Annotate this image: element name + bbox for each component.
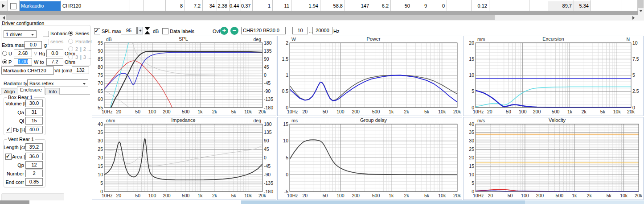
model-cell[interactable]: CHR120: [61, 1, 130, 11]
vd-field[interactable]: 132: [72, 67, 89, 74]
value-cell[interactable]: 6.2: [371, 1, 391, 11]
re-field[interactable]: 7.2: [46, 58, 63, 66]
add-overlay-button[interactable]: +: [220, 27, 228, 35]
row-selector-cell[interactable]: [0, 1, 8, 11]
value-cell[interactable]: 2.38: [217, 1, 230, 11]
value-cell[interactable]: 7.2: [185, 1, 203, 11]
groupdelay-group-delay-curve: [290, 140, 457, 175]
p-power-value: 1.00: [18, 59, 28, 64]
hscroll-thumb[interactable]: [6, 15, 495, 20]
table-hscrollbar[interactable]: [0, 15, 638, 21]
spl-tick-label: 0: [264, 72, 267, 78]
ql-field[interactable]: 15: [25, 117, 43, 125]
power-plot: 00.511.52WPower10Hz20501002005001k2k5k10…: [278, 36, 462, 116]
power-tick-label: 2k: [404, 109, 410, 114]
length-field[interactable]: 39.2: [25, 143, 43, 151]
spl-tick-label: 95: [98, 40, 103, 46]
spl-tick-label: 50: [135, 109, 140, 114]
value-cell[interactable]: 0: [429, 1, 447, 11]
enclosure-tabstrip: Align Enclosure Info: [0, 87, 90, 95]
value-cell[interactable]: 9: [412, 1, 429, 11]
vscroll-down-button[interactable]: [638, 9, 644, 15]
power-tick-label: 500: [372, 109, 380, 114]
spl-tick-label: 1k: [198, 109, 203, 114]
groupdelay-title: Group delay: [360, 117, 387, 123]
driver-table-row[interactable]: MarkaudioCHR12087.2342.380.440.371111.94…: [0, 1, 638, 11]
freq-max-field[interactable]: 20000: [312, 27, 332, 34]
velocity-tick-label: 200: [536, 193, 544, 198]
spl-max-checkbox[interactable]: [94, 28, 100, 34]
driver-name-field[interactable]: Markaudio CHR120: [1, 67, 54, 75]
power-chart: 00.511.52WPower10Hz20501002005001k2k5k10…: [277, 36, 462, 116]
hscroll-right-button[interactable]: [632, 15, 637, 21]
value-cell[interactable]: 0.37: [241, 1, 253, 11]
velocity-tick-label: 10: [469, 172, 474, 177]
hscroll-left-button[interactable]: [0, 15, 6, 21]
impedance-tick-label: 5k: [231, 193, 237, 198]
remove-overlay-button[interactable]: −: [230, 27, 238, 35]
spl-tick-label: 200: [163, 109, 171, 114]
tab-align[interactable]: Align: [1, 88, 18, 95]
value-cell[interactable]: 34: [203, 1, 217, 11]
overlay-name-field[interactable]: CHR120 BR30.0: [241, 27, 286, 34]
tab-info[interactable]: Info: [45, 88, 60, 95]
value-cell[interactable]: 58.8: [320, 1, 345, 11]
volume-field[interactable]: 30.0: [25, 100, 43, 107]
value-cell[interactable]: 8: [166, 1, 185, 11]
end-corr-field[interactable]: 0.85: [25, 178, 43, 186]
series-radio[interactable]: [68, 31, 73, 36]
impedance-tick-label: 20: [116, 193, 122, 198]
value-cell[interactable]: 0.44: [230, 1, 241, 11]
three-three-radio: [68, 54, 73, 59]
value-cell[interactable]: 89.7: [548, 1, 574, 11]
u-voltage-field[interactable]: 2.68: [14, 50, 32, 57]
value-cell[interactable]: 11: [273, 1, 291, 11]
table-vscrollbar[interactable]: [638, 0, 644, 15]
value-cell[interactable]: 50: [391, 1, 412, 11]
p-radio[interactable]: [2, 59, 7, 64]
velocity-tick-label: 1k: [572, 193, 577, 198]
spl-max-field[interactable]: 95: [121, 27, 137, 34]
row-checkbox[interactable]: [10, 3, 16, 9]
excursion-title: Excursion: [542, 36, 564, 42]
isobaric-checkbox[interactable]: [43, 31, 49, 37]
fb-checkbox[interactable]: [6, 127, 12, 133]
value-cell[interactable]: 5.34: [574, 1, 591, 11]
value-cell[interactable]: 147: [345, 1, 371, 11]
fit-max-button[interactable]: [144, 27, 150, 35]
qa-field[interactable]: 31: [25, 108, 43, 116]
p-power-field[interactable]: 1.00: [14, 58, 32, 66]
value-cell[interactable]: 1: [253, 1, 273, 11]
number-field[interactable]: 2: [25, 170, 43, 177]
vd-label: Vd [cm3]: [54, 68, 74, 73]
qp-field[interactable]: 12: [25, 161, 43, 169]
excursion-tick-label: 15: [469, 56, 474, 62]
area-checkbox[interactable]: [5, 154, 12, 160]
parallel-label: Parallel: [75, 39, 92, 44]
tab-enclosure[interactable]: Enclosure: [17, 86, 45, 95]
empty-cell: [144, 1, 166, 11]
value-cell[interactable]: 0.12: [472, 1, 489, 11]
spl-max-label: SPL max: [102, 29, 121, 34]
manufacturer-cell[interactable]: Markaudio: [20, 1, 61, 11]
velocity-tick-label: 5: [472, 180, 474, 186]
row-checkbox-cell[interactable]: [8, 1, 20, 11]
vscroll-thumb[interactable]: [638, 0, 644, 8]
rg-field[interactable]: 0.0: [46, 50, 63, 57]
spl-tick-label: -135: [264, 96, 273, 102]
driver-count-dropdown[interactable]: 1 driver: [4, 30, 37, 38]
u-radio[interactable]: [2, 51, 7, 56]
empty-cell: [515, 1, 529, 11]
velocity-tick-label: 2k: [587, 193, 592, 198]
spl-max-spinner[interactable]: [137, 27, 143, 34]
data-labels-checkbox[interactable]: [162, 28, 168, 34]
area-field[interactable]: 36.0: [25, 153, 43, 160]
v-unit-label: V: [34, 51, 37, 56]
groupdelay-tick-label: 10k: [438, 193, 446, 198]
value-cell[interactable]: 1.94: [291, 1, 320, 11]
extra-mass-field[interactable]: 0.0: [25, 41, 42, 49]
fb-field[interactable]: 40.0: [25, 126, 43, 133]
freq-min-field[interactable]: 10: [292, 27, 308, 34]
impedance-chart: 0510152025303540-180-135-90-450459013518…: [92, 117, 276, 200]
impedance-tick-label: 45: [264, 146, 269, 152]
